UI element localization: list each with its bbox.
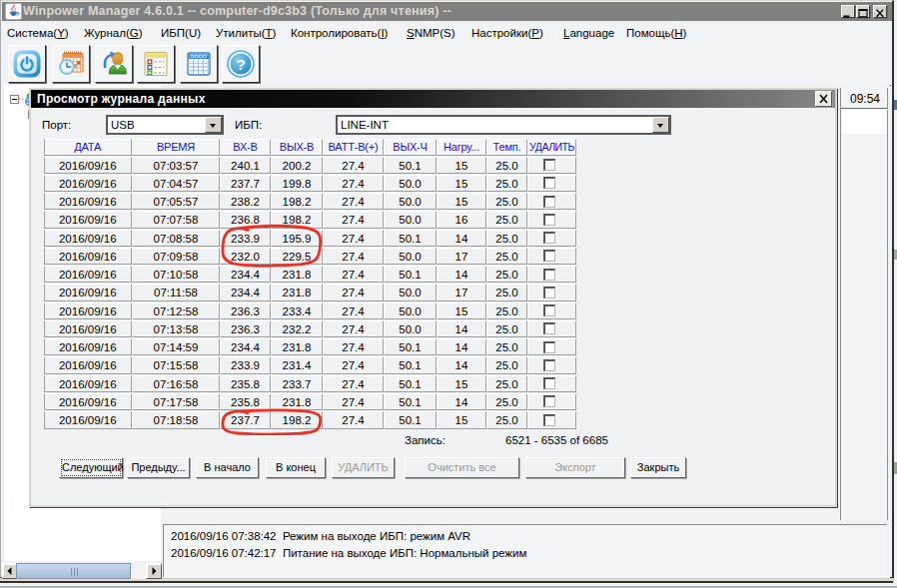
svg-text:?: ?	[236, 56, 245, 73]
